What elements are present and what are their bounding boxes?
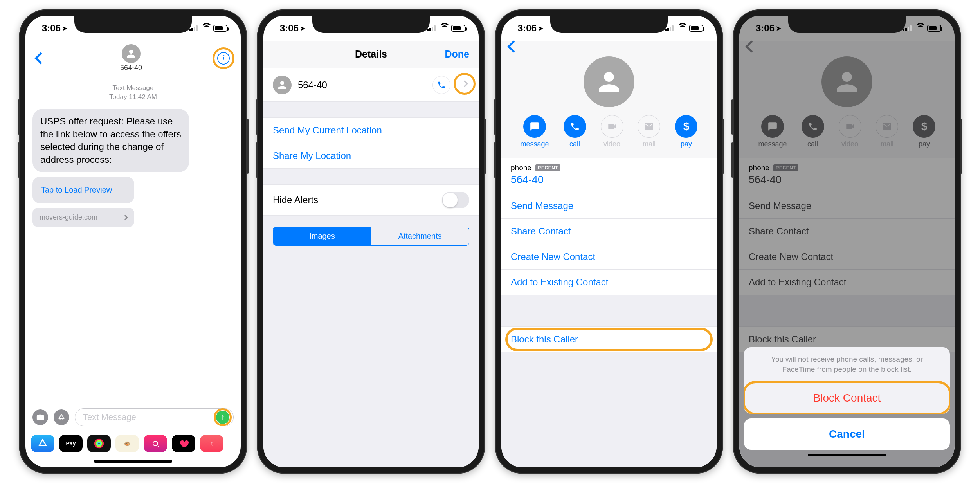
music-icon[interactable]: ♫	[200, 435, 223, 452]
sheet-message: You will not receive phone calls, messag…	[744, 347, 950, 382]
tab-attachments[interactable]: Attachments	[371, 227, 469, 245]
url-card[interactable]: movers-guide.com	[32, 208, 134, 227]
back-button[interactable]	[507, 40, 519, 52]
chevron-right-icon	[122, 215, 128, 220]
action-pay[interactable]: $pay	[675, 115, 697, 148]
action-mail: mail	[638, 115, 660, 148]
block-caller-button[interactable]: Block this Caller	[501, 326, 717, 352]
clock: 3:06	[42, 23, 61, 34]
camera-button[interactable]	[32, 409, 48, 425]
apple-pay-icon[interactable]: Pay	[59, 435, 83, 452]
action-call[interactable]: call	[564, 115, 586, 148]
message-input[interactable]: Text Message ↑	[75, 408, 234, 426]
send-location-button[interactable]: Send My Current Location	[263, 117, 479, 143]
wifi-icon	[201, 25, 210, 32]
cancel-button[interactable]: Cancel	[744, 418, 950, 450]
heart-icon[interactable]	[172, 435, 195, 452]
mail-icon	[638, 115, 660, 138]
message-bubble[interactable]: USPS offer request: Please use the link …	[32, 109, 189, 173]
battery-icon	[213, 25, 227, 32]
action-sheet: You will not receive phone calls, messag…	[739, 347, 955, 467]
tab-images[interactable]: Images	[273, 227, 371, 245]
action-video: video	[601, 115, 623, 148]
svg-point-3	[153, 441, 158, 446]
location-icon: ➤	[62, 25, 67, 32]
link-preview-button[interactable]: Tap to Load Preview	[32, 177, 134, 203]
conversation-title[interactable]: 564-40	[120, 44, 142, 72]
action-message[interactable]: message	[520, 115, 549, 148]
send-message-button[interactable]: Send Message	[501, 193, 717, 219]
phone-field[interactable]: phoneRECENT 564-40	[501, 158, 717, 193]
contact-row[interactable]: 564-40	[263, 68, 479, 102]
back-button[interactable]	[34, 52, 47, 64]
phone-icon	[564, 115, 586, 138]
message-icon	[523, 115, 546, 138]
segmented-control[interactable]: Images Attachments	[273, 227, 469, 246]
phone-2: 3:06➤ Details Done 564-40 Send My Curren…	[257, 9, 485, 474]
share-location-button[interactable]: Share My Location	[263, 143, 479, 169]
recent-badge: RECENT	[535, 164, 560, 171]
appstore-button[interactable]	[54, 409, 69, 425]
block-contact-button[interactable]: Block Contact	[744, 382, 950, 414]
share-contact-button[interactable]: Share Contact	[501, 219, 717, 244]
phone-4: 3:06➤ message call video mail $pay phone…	[733, 9, 961, 474]
app-drawer[interactable]: Pay 🐵 ♫	[25, 432, 241, 460]
add-existing-button[interactable]: Add to Existing Contact	[501, 270, 717, 295]
info-button[interactable]: i	[217, 52, 230, 65]
phone-1: 3:06➤ 564-40 i Text Message Today 11:42 …	[19, 9, 247, 474]
pay-icon: $	[675, 115, 697, 138]
avatar-icon	[584, 56, 634, 107]
create-contact-button[interactable]: Create New Contact	[501, 244, 717, 270]
svg-point-2	[98, 442, 101, 445]
message-timestamp: Text Message Today 11:42 AM	[32, 84, 234, 102]
hide-alerts-row: Hide Alerts	[263, 184, 479, 216]
digital-touch-icon[interactable]	[144, 435, 167, 452]
avatar-icon	[122, 44, 141, 63]
done-button[interactable]: Done	[445, 49, 470, 60]
page-title: Details	[355, 49, 387, 60]
animoji-icon[interactable]: 🐵	[115, 435, 139, 452]
call-button[interactable]	[432, 76, 450, 94]
home-indicator[interactable]	[94, 460, 172, 463]
activity-icon[interactable]	[87, 435, 111, 452]
chevron-right-icon	[461, 81, 468, 87]
video-icon	[601, 115, 623, 138]
hide-alerts-toggle[interactable]	[442, 192, 469, 208]
avatar-icon	[273, 76, 292, 94]
send-button[interactable]: ↑	[216, 411, 229, 424]
home-indicator[interactable]	[808, 454, 886, 456]
app-store-icon[interactable]	[31, 435, 54, 452]
phone-3: 3:06➤ message call video mail $pay phone…	[495, 9, 723, 474]
